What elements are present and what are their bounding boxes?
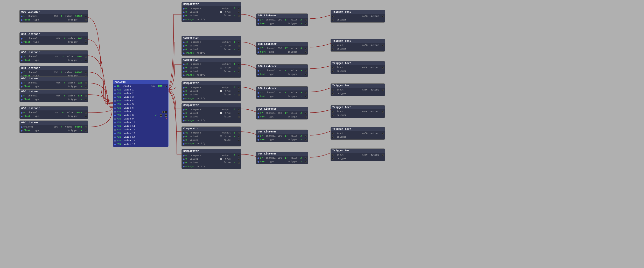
c4-eq-in [183, 87, 185, 89]
tt-header-4: Trigger Text [331, 84, 385, 88]
c2-v1-in [183, 45, 185, 47]
m7-type-in [257, 161, 259, 163]
osc-listener-2: OSC Listener 2 channel OSC 2 value 200 f… [19, 32, 88, 45]
osc-header-6: OSC Listener [20, 107, 88, 110]
port-type3-in [21, 60, 23, 61]
node-canvas: OSC Listener 1 channel OSC 1 value 10000… [0, 0, 644, 268]
comparator-3: Comparator eq compare output 0 0 value1 … [181, 58, 241, 78]
osc-mid-header-1: OSC Listener [256, 14, 308, 18]
port-sq-c [160, 114, 162, 117]
c5-out [238, 109, 240, 111]
port-ch4-in [21, 82, 23, 84]
osc-mid-body-5: 17 channel OSC 17 value A text type trig… [256, 111, 308, 119]
c2-v2-in [183, 49, 185, 51]
c4-false-out [238, 94, 240, 96]
comp-header-5: Comparator [182, 103, 241, 107]
m5-val-out [305, 112, 307, 114]
m3-type-in [257, 74, 259, 75]
port-v4-in [114, 100, 116, 102]
m4-type-in [257, 96, 259, 97]
c5-ch-in [183, 120, 185, 122]
m7-val-out [305, 157, 307, 159]
c5-v2-in [183, 116, 185, 118]
comp-body-7: eq compare output 0 0 value1 = true - 0 … [182, 153, 241, 169]
osc-header-7a: OSC Listener [20, 66, 88, 70]
trigger-text-3: Trigger Text input ✳ABC output trigger [331, 61, 385, 74]
m5-trig-out [305, 116, 307, 118]
comp-body-1: eq compare output 0 0 value1 = true - 0 … [182, 6, 241, 22]
c7-v2-in [183, 162, 185, 164]
osc-mid-body-6: 17 channel OSC 17 value A text type trig… [256, 134, 308, 142]
port-v10-in [114, 122, 116, 124]
c6-eq-in [183, 132, 185, 134]
comp-header-3: Comparator [182, 58, 241, 62]
m4-trig-out [305, 96, 307, 97]
port-sq-d [165, 114, 167, 117]
port-v14-in [114, 136, 116, 138]
osc-header-3: OSC Listener [20, 51, 88, 54]
comp-header-6: Comparator [182, 127, 241, 131]
osc-mid-2: OSC Listener 17 channel OSC 17 value A t… [256, 42, 308, 55]
m2-trig-out [305, 51, 307, 53]
tt2-trig-in [332, 48, 334, 50]
port-v1-in [114, 89, 116, 91]
c1-v2-in [183, 15, 185, 17]
port-ch7a-in [21, 72, 23, 74]
osc-header-1: OSC Listener [20, 10, 88, 14]
comparator-2: Comparator eq compare output 0 0 value1 … [181, 36, 241, 56]
port-type1-in [21, 19, 23, 21]
c4-v1-in [183, 90, 185, 92]
tt1-in [332, 16, 334, 17]
tt-body-3: input ✳ABC output trigger [331, 65, 385, 74]
c6-out [238, 132, 240, 134]
trigger-text-5: Trigger Text input ✳ABC output trigger [331, 105, 385, 118]
maximum-node: Maximum 16 inputs max MIN MIN value 1 MI… [113, 80, 169, 147]
port-trig4-out [85, 86, 87, 88]
osc-mid-6: OSC Listener 17 channel OSC 17 value A t… [256, 130, 308, 142]
tt7-in [332, 154, 334, 156]
port-ch3-in [21, 56, 23, 58]
tt-body-6: input ✳ABC output trigger [331, 131, 385, 139]
tt5-out [382, 111, 384, 113]
port-trig2-out [85, 41, 87, 43]
port-val3-out [85, 56, 87, 58]
osc-mid-3: OSC Listener 17 channel OSC 17 value A t… [256, 64, 308, 77]
m1-type-in [257, 23, 259, 25]
trigger-text-7: Trigger Text input ✳ABC output trigger [331, 149, 385, 161]
c1-out [238, 8, 240, 10]
osc-mid-4: OSC Listener 17 channel OSC 17 value A t… [256, 86, 308, 99]
tt1-trig-in [332, 19, 334, 21]
port-v5-in [114, 104, 116, 105]
tt-header-1: Trigger Text [331, 10, 385, 14]
comp-body-6: eq compare output 0 0 value1 = true - 0 … [182, 131, 241, 146]
c7-ch-in [183, 166, 185, 167]
osc-body-6: 6 channel OSC 6 value 4444 float type tr… [20, 110, 88, 119]
port-val1-out [85, 16, 87, 17]
tt-header-6: Trigger Text [331, 127, 385, 131]
m7-trig-out [305, 161, 307, 163]
m4-ch-in [257, 92, 259, 94]
m6-trig-out [305, 139, 307, 141]
c2-out [238, 41, 240, 43]
tt4-in [332, 89, 334, 91]
osc-mid-body-1: 17 channel OSC 17 value A text type trig… [256, 18, 308, 26]
osc-body-2: 2 channel OSC 2 value 200 float type tri… [20, 36, 88, 45]
comp-body-2: eq compare output 0 0 value1 = true - 0 … [182, 40, 241, 55]
osc-mid-header-6: OSC Listener [256, 130, 308, 134]
m5-type-in [257, 116, 259, 118]
tt2-out [382, 45, 384, 46]
comp-header-4: Comparator [182, 81, 241, 85]
tt-body-7: input ✳ABC output trigger [331, 153, 385, 161]
osc-header-4: OSC Listener [20, 77, 88, 81]
osc-header-5: OSC Listener [20, 90, 88, 94]
tt4-trig-in [332, 93, 334, 95]
port-max-out [165, 86, 167, 87]
comparator-7: Comparator eq compare output 0 0 value1 … [181, 149, 241, 169]
osc-listener-5: OSC Listener 5 channel OSC 5 value 333 f… [19, 89, 88, 102]
comparator-1: Comparator eq compare output 0 0 value1 … [181, 2, 241, 22]
comp-header-2: Comparator [182, 36, 241, 40]
port-type4-in [21, 86, 23, 88]
port-v6-in [114, 107, 116, 109]
port-val2-out [85, 38, 87, 40]
tt-body-5: input ✳ABC output trigger [331, 109, 385, 118]
